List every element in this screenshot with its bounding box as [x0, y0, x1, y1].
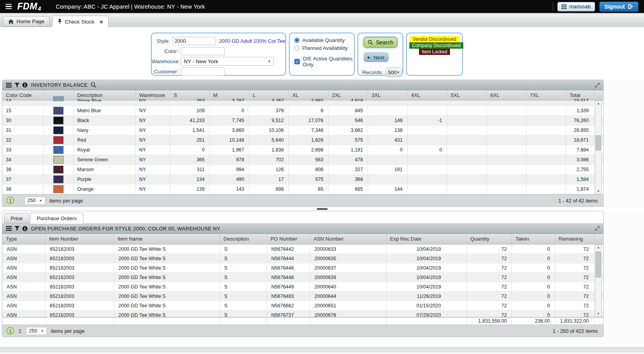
po-scrollbar[interactable]: ▲ ▼ [595, 245, 602, 317]
items-per-page-select[interactable]: 250 ▼ [26, 327, 47, 335]
inventory-row[interactable]: 32RedNY25110,1485,6401,62657543118,671 [2, 135, 603, 145]
available-quantity-option[interactable]: Available Quantity [294, 37, 354, 43]
style-label: Style: [152, 38, 170, 44]
tab-home-page[interactable]: Home Page [3, 16, 50, 27]
po-row[interactable]: ASN6521820032000 GD Tee White SSN5676737… [2, 310, 603, 317]
cell: 72 [555, 254, 595, 263]
warehouse-select[interactable]: NY - New York ▼ [181, 57, 274, 66]
column-header-type[interactable]: Type [2, 234, 45, 244]
po-row[interactable]: ASN6521820032000 GD Tee White SSN5676448… [2, 273, 603, 282]
po-row[interactable]: ASN6521820032000 GD Tee White SSN5676483… [2, 292, 603, 301]
search-button[interactable]: Search [364, 37, 397, 47]
page-1-button[interactable]: 1 [6, 327, 14, 335]
expand-panel-icon[interactable] [595, 226, 600, 231]
tab-close-icon[interactable]: × [100, 19, 103, 25]
inventory-row[interactable]: 38OrangeNY139143698656851441,874 [2, 184, 603, 194]
page-2-button[interactable]: 2 [18, 328, 22, 334]
style-description-link[interactable]: 2000 GD Adult 100% Cot Tee [219, 38, 285, 44]
inventory-row[interactable]: 34Serene GreenNY3659787025634783,086 [2, 155, 603, 165]
magnifier-icon[interactable] [91, 82, 96, 88]
column-header-description[interactable]: Description [220, 234, 267, 244]
scrollbar-thumb[interactable] [596, 252, 601, 277]
cell: S [220, 292, 267, 301]
po-row[interactable]: ASN6521820032000 GD Tee White SSN5676444… [2, 254, 603, 263]
cell: S [220, 263, 267, 272]
inventory-scrollbar[interactable]: ▲ ▼ [595, 100, 602, 194]
next-button[interactable]: ▶ Next [364, 53, 388, 62]
inventory-row[interactable]: 14Stone BlueNY2533,7873,2672,8924,81815,… [2, 100, 603, 106]
cell: 10/04/2019 [386, 282, 467, 291]
column-header-remaining[interactable]: Remaining [555, 234, 595, 244]
pin-icon [58, 19, 62, 24]
checkbox-checked-icon[interactable]: ✓ [294, 59, 300, 64]
column-header-asn-number[interactable]: ASN Number [310, 234, 386, 244]
planned-availability-option[interactable]: Planned Availability [294, 45, 354, 51]
swatch-cell [44, 116, 74, 125]
column-header-item-name[interactable]: Item Name [114, 234, 220, 244]
po-row[interactable]: ASN6521820032000 GD Tee White SSN5676449… [2, 282, 603, 292]
signout-button[interactable]: Signout [599, 2, 639, 12]
page-1-button[interactable]: 1 [6, 197, 14, 204]
info-icon[interactable] [22, 82, 27, 88]
info-icon[interactable] [22, 226, 27, 231]
cell: Metro Blue [74, 106, 136, 115]
records-select[interactable]: 500 ▼ [385, 68, 403, 77]
fdm4-logo[interactable]: FDM4 [17, 1, 41, 12]
inventory-row[interactable]: 31NavyNY1,5413,86010,1067,3483,66213826,… [2, 126, 603, 135]
filter-icon[interactable] [15, 226, 20, 231]
column-header-quantity[interactable]: Quantity [467, 234, 512, 244]
cell: 72 [555, 301, 595, 310]
cell: 32 [2, 135, 44, 145]
radio-icon[interactable] [294, 46, 299, 51]
grid-menu-icon[interactable] [6, 226, 12, 231]
style-input[interactable] [172, 37, 216, 45]
inventory-rows: 14Stone BlueNY2533,7873,2672,8924,81815,… [2, 100, 603, 194]
cell: 0 [368, 145, 408, 155]
grid-menu-icon[interactable] [6, 83, 12, 88]
scroll-up-icon[interactable]: ▲ [595, 245, 601, 250]
scroll-down-icon[interactable]: ▼ [595, 311, 601, 316]
inventory-row[interactable]: 36MaroonNY3119941268063271912,755 [2, 165, 603, 175]
tab-purchase-orders[interactable]: Purchase Orders [30, 213, 83, 224]
tab-check-stock[interactable]: Check Stock × [52, 16, 109, 27]
tab-price[interactable]: Price [4, 213, 29, 223]
color-input[interactable] [181, 47, 225, 55]
scroll-down-icon[interactable]: ▼ [595, 189, 601, 194]
items-per-page-select[interactable]: 250 ▼ [24, 197, 45, 205]
inventory-row[interactable]: 30BlackNY41,2337,7459,51217,076546149-17… [2, 116, 603, 126]
scroll-up-icon[interactable]: ▲ [595, 101, 601, 106]
expand-panel-icon[interactable] [595, 83, 600, 88]
column-header-taken[interactable]: Taken [512, 234, 555, 244]
po-row[interactable]: ASN6521820032000 GD Tee White SSN5676442… [2, 245, 603, 254]
color-swatch [53, 175, 63, 183]
cell: 20000640 [310, 282, 386, 291]
cell: 33 [2, 145, 44, 155]
cell: 251 [170, 135, 210, 145]
scrollbar-thumb[interactable] [596, 135, 601, 150]
cell [368, 96, 408, 101]
cell [447, 106, 487, 115]
inventory-row[interactable]: 37PurpleNY134490175753681,584 [2, 175, 603, 184]
column-header-exp-rec-date[interactable]: Exp Rec Date [386, 234, 467, 244]
radio-selected-icon[interactable] [294, 38, 299, 43]
swatch-cell [44, 184, 74, 194]
filter-icon[interactable] [15, 83, 20, 88]
cell: 1,541 [170, 126, 210, 135]
customer-input[interactable] [181, 68, 225, 76]
cell: 546 [328, 116, 368, 125]
oe-active-option[interactable]: ✓ O/E Active Quantities Only [294, 56, 354, 68]
cell: 2000 GD Tee White S [114, 263, 220, 272]
cell: 2000 GD Tee White S [114, 254, 220, 263]
inventory-row[interactable]: 15Metro BlueNY109037968451,339 [2, 106, 603, 116]
column-header-item-number[interactable]: Item Number [45, 234, 114, 244]
cell: S [220, 301, 267, 310]
po-row[interactable]: ASN6521820032000 GD Tee White SSN5676662… [2, 301, 603, 310]
color-swatch [53, 107, 63, 115]
hamburger-menu-icon[interactable] [5, 4, 12, 9]
inventory-row[interactable]: 33RoyalNY01,9671,8382,6981,181007,684 [2, 145, 603, 155]
column-header-po-number[interactable]: PO Number [267, 234, 310, 244]
items-per-page-label: items per page [51, 328, 85, 334]
splitter-handle[interactable] [317, 208, 328, 210]
po-row[interactable]: ASN6521820032000 GD Tee White SSN5676446… [2, 263, 603, 273]
user-menu-button[interactable]: marissab [557, 2, 595, 11]
